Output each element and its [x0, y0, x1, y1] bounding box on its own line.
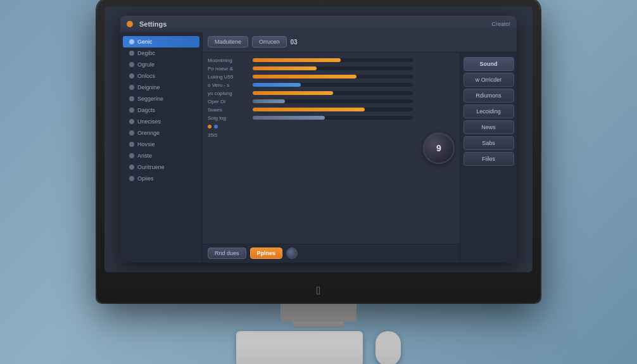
right-btn-rdiumons[interactable]: Rdiumons — [464, 89, 514, 103]
control-row-3: o Veru - s — [208, 82, 413, 88]
sidebar-dot — [129, 39, 134, 44]
sidebar-item-degibc[interactable]: Degibc — [123, 47, 199, 59]
sidebar-item-seggerine[interactable]: Seggerine — [123, 93, 199, 104]
bottom-bar: Rnd dues Pplnes — [203, 244, 460, 263]
slider-7[interactable] — [253, 116, 413, 120]
sidebar-dot — [129, 165, 134, 170]
sidebar-item-opiies[interactable]: Opiies — [123, 173, 199, 184]
sidebar-item-ouritruene[interactable]: Ouritruene — [123, 161, 199, 173]
slider-3[interactable] — [253, 83, 413, 87]
slider-4[interactable] — [253, 91, 413, 95]
bottom-btn-rnd[interactable]: Rnd dues — [208, 248, 246, 259]
right-btn-sabs[interactable]: Sabs — [464, 136, 514, 150]
sidebar: Genic Degibc Ogrule Onlocs — [120, 32, 203, 263]
sidebar-dot — [129, 73, 134, 78]
indicator-orange — [208, 125, 211, 129]
right-btn-news[interactable]: News — [464, 120, 514, 134]
window-body: Genic Degibc Ogrule Onlocs — [120, 32, 517, 263]
sidebar-item-unecises[interactable]: Unecises — [123, 116, 199, 127]
status-text: 35i5 — [208, 132, 413, 138]
slider-1[interactable] — [253, 66, 413, 70]
right-btn-fiiles[interactable]: Fiiles — [464, 152, 514, 166]
mouse[interactable] — [375, 331, 401, 365]
slider-5[interactable] — [253, 99, 413, 103]
sidebar-item-orennge[interactable]: Orennge — [123, 127, 199, 139]
sidebar-dot — [129, 153, 134, 158]
slider-0[interactable] — [253, 58, 413, 62]
control-row-7: Soig log — [208, 115, 413, 121]
sidebar-item-genic[interactable]: Genic — [123, 36, 199, 47]
monitor: Settings Creato! Genic Degibc — [97, 0, 540, 303]
control-row-4: yo coplung — [208, 91, 413, 96]
control-row-6: Suaes — [208, 107, 413, 113]
control-label-2: Luking U55 — [208, 74, 249, 80]
toolbar: Maduitene Orrucen 03 — [203, 32, 517, 53]
bottom-icon[interactable] — [286, 248, 298, 259]
slider-6[interactable] — [253, 108, 413, 111]
keyboard-area — [236, 331, 401, 365]
creator-label: Creato! — [491, 21, 510, 27]
control-label-6: Suaes — [208, 107, 249, 113]
control-label-7: Soig log — [208, 115, 249, 121]
sidebar-item-hovsie[interactable]: Hovsie — [123, 139, 199, 150]
main-dial[interactable]: 9 — [423, 132, 455, 164]
right-btn-sound[interactable]: Sound — [464, 57, 514, 71]
toolbar-btn-orrucen[interactable]: Orrucen — [252, 36, 287, 47]
monitor-base — [281, 303, 356, 322]
sidebar-dot — [129, 142, 134, 147]
indicator-blue — [214, 125, 218, 129]
control-row-5: Oper DI — [208, 99, 413, 104]
traffic-light-close[interactable] — [127, 21, 133, 27]
sidebar-dot — [129, 119, 134, 124]
bottom-btn-pplnes[interactable]: Pplnes — [250, 248, 283, 259]
toolbar-counter: 03 — [291, 39, 298, 46]
control-row-2: Luking U55 — [208, 74, 413, 80]
sidebar-dot — [129, 85, 134, 90]
sidebar-dot — [129, 51, 134, 56]
slider-2[interactable] — [253, 75, 413, 78]
window-title: Settings — [139, 20, 167, 28]
app-window: Settings Creato! Genic Degibc — [120, 16, 517, 263]
sidebar-item-onlocs[interactable]: Onlocs — [123, 70, 199, 82]
right-btn-lecoiding[interactable]: Lecoiding — [464, 104, 514, 118]
main-content: Maduitene Orrucen 03 — [203, 32, 517, 263]
monitor-stand — [293, 322, 344, 328]
sidebar-dot — [129, 108, 134, 113]
control-row-0: Moonlining — [208, 58, 413, 63]
toolbar-btn-maduitene[interactable]: Maduitene — [208, 36, 248, 47]
apple-logo:  — [317, 284, 321, 298]
sidebar-dot — [129, 62, 134, 67]
control-label-3: o Veru - s — [208, 82, 249, 88]
control-label-0: Moonlining — [208, 58, 249, 63]
sidebar-dot — [129, 96, 134, 101]
control-label-5: Oper DI — [208, 99, 249, 104]
control-label-4: yo coplung — [208, 91, 249, 96]
right-btn-orricder[interactable]: w Orricder — [464, 73, 514, 87]
sidebar-item-ogrule[interactable]: Ogrule — [123, 59, 199, 70]
sidebar-item-anste[interactable]: Anste — [123, 150, 199, 161]
title-bar: Settings Creato! — [120, 16, 517, 32]
keyboard[interactable] — [236, 331, 363, 365]
content-area: Moonlining Po noeur & — [203, 53, 517, 263]
screen: Settings Creato! Genic Degibc — [104, 6, 533, 272]
dial-container: 9 — [418, 53, 460, 244]
sidebar-dot — [129, 130, 134, 135]
control-label-1: Po noeur & — [208, 66, 249, 72]
sidebar-dot — [129, 176, 134, 181]
sidebar-item-dagcts[interactable]: Dagcts — [123, 104, 199, 116]
control-row-1: Po noeur & — [208, 66, 413, 72]
sidebar-item-deignine[interactable]: Deignine — [123, 82, 199, 93]
right-panel: Sound w Orricder Rdiumons Lecoiding News… — [460, 53, 517, 263]
controls-panel: Moonlining Po noeur & — [203, 53, 418, 244]
